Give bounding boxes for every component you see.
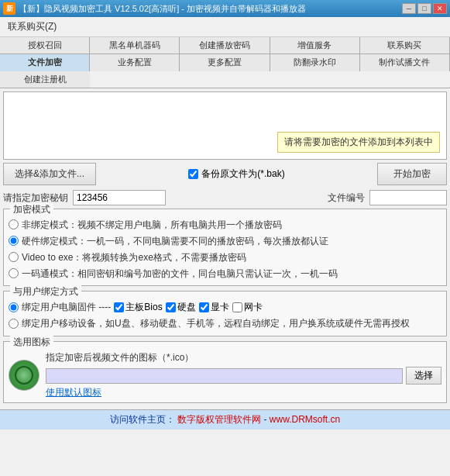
bind-mobile-radio[interactable] — [9, 319, 19, 329]
icon-input-row: 选择 — [46, 367, 441, 385]
toolbar-col-1: 授权召回 文件加密 — [0, 37, 90, 71]
toolbar-col-2: 黑名单机器码 业务配置 — [90, 37, 180, 71]
nic-label: 网卡 — [244, 301, 263, 314]
title-bar-buttons: ─ □ ✕ — [402, 3, 447, 14]
mode-video-to-exe-label: Video to exe：将视频转换为exe格式，不需要播放密码 — [22, 251, 246, 264]
backup-check-area: 备份原文件为(*.bak) — [101, 167, 373, 181]
hdd-checkbox[interactable] — [166, 302, 176, 312]
mode-hardware-bind-row: 硬件绑定模式：一机一码，不同电脑需要不同的播放密码，每次播放都认证 — [9, 235, 441, 248]
backup-label: 备份原文件为(*.bak) — [201, 167, 284, 181]
bios-check-label: 主板Bios — [114, 301, 162, 314]
mode-non-bind-radio[interactable] — [9, 219, 19, 229]
toolbar-btn-contact[interactable]: 联系购买 — [360, 37, 449, 54]
hdd-label: 硬盘 — [177, 301, 196, 314]
toolbar-btn-business[interactable]: 业务配置 — [90, 54, 179, 71]
key-form-row: 请指定加密秘钥 文件编号 — [3, 190, 447, 205]
menu-buy[interactable]: 联系购买(Z) — [3, 19, 61, 35]
icon-path-input[interactable] — [46, 368, 403, 384]
toolbar-btn-auth-recall[interactable]: 授权召回 — [0, 37, 89, 54]
toolbar: 授权召回 文件加密 黑名单机器码 业务配置 创建播放密码 更多配置 增值服务 防… — [0, 37, 450, 88]
mode-hardware-bind-label: 硬件绑定模式：一机一码，不同电脑需要不同的播放密码，每次播放都认证 — [22, 235, 328, 248]
start-encrypt-button[interactable]: 开始加密 — [377, 163, 447, 185]
bind-method-section: 与用户绑定方式 绑定用户电脑固件 ---- 主板Bios 硬盘 显卡 网卡 — [3, 291, 447, 336]
encrypt-mode-title: 加密模式 — [10, 203, 53, 216]
mode-hardware-bind-radio[interactable] — [9, 236, 19, 246]
footer-text: 访问软件主页： — [110, 414, 175, 425]
mode-one-code-row: 一码通模式：相同密钥和编号加密的文件，同台电脑只需认证一次，一机一码 — [9, 267, 441, 281]
toolbar-btn-file-encrypt[interactable]: 文件加密 — [0, 54, 89, 71]
title-bar: 新 【新】隐风视频加密工具 V12.5.02[高清听] - 加密视频并自带解码器… — [0, 0, 450, 17]
bind-mobile-label: 绑定用户移动设备，如U盘、移动硬盘、手机等，远程自动绑定，用户换系统或硬件无需再… — [22, 317, 410, 330]
toolbar-btn-keygen[interactable]: 创建注册机 — [0, 71, 90, 88]
nic-check-label: 网卡 — [232, 301, 263, 314]
file-no-label: 文件编号 — [328, 191, 365, 205]
toolbar-btn-vip[interactable]: 增值服务 — [270, 37, 359, 54]
icon-section-title: 选用图标 — [10, 336, 53, 349]
bind-pc-row: 绑定用户电脑固件 ---- 主板Bios 硬盘 显卡 网卡 — [9, 301, 441, 314]
gpu-label: 显卡 — [211, 301, 229, 314]
add-file-button[interactable]: 选择&添加文件... — [3, 163, 96, 185]
mode-non-bind-label: 非绑定模式：视频不绑定用户电脑，所有电脑共用一个播放密码 — [22, 219, 282, 232]
bind-pc-label: 绑定用户电脑固件 ---- — [22, 301, 111, 314]
hdd-check-label: 硬盘 — [166, 301, 196, 314]
bind-pc-radio[interactable] — [9, 302, 19, 312]
footer-url[interactable]: www.DRMsoft.cn — [270, 414, 340, 425]
window-title: 【新】隐风视频加密工具 V12.5.02[高清听] - 加密视频并自带解码器和播… — [19, 3, 306, 15]
toolbar-btn-blacklist[interactable]: 黑名单机器码 — [90, 37, 179, 54]
gpu-checkbox[interactable] — [199, 302, 209, 312]
key-label: 请指定加密秘钥 — [3, 191, 68, 205]
toolbar-btn-more-config[interactable]: 更多配置 — [180, 54, 269, 71]
mode-video-to-exe-radio[interactable] — [9, 252, 19, 262]
footer-site-name[interactable]: 数字版权管理软件网 — [177, 414, 261, 425]
encrypt-mode-section: 加密模式 非绑定模式：视频不绑定用户电脑，所有电脑共用一个播放密码 硬件绑定模式… — [3, 209, 447, 286]
main-content: 请将需要加密的文件添加到本列表中 选择&添加文件... 备份原文件为(*.bak… — [0, 88, 450, 409]
app-icon: 新 — [3, 2, 15, 15]
default-icon-link[interactable]: 使用默认图标 — [46, 386, 101, 399]
toolbar-col-4: 增值服务 防翻录水印 — [270, 37, 360, 71]
icon-desc: 指定加密后视频文件的图标（*.ico） — [46, 351, 441, 364]
toolbar-col-3: 创建播放密码 更多配置 — [180, 37, 270, 71]
toolbar-btn-trial[interactable]: 制作试播文件 — [360, 54, 449, 71]
file-no-input[interactable] — [369, 190, 447, 205]
menu-bar: 联系购买(Z) — [0, 17, 450, 37]
file-list-placeholder: 请将需要加密的文件添加到本列表中 — [277, 132, 440, 153]
close-button[interactable]: ✕ — [433, 3, 447, 14]
icon-right: 指定加密后视频文件的图标（*.ico） 选择 使用默认图标 — [46, 351, 441, 399]
key-input[interactable] — [73, 190, 166, 205]
mode-one-code-label: 一码通模式：相同密钥和编号加密的文件，同台电脑只需认证一次，一机一码 — [22, 267, 338, 281]
bios-label: 主板Bios — [125, 301, 162, 314]
toolbar-col-5: 联系购买 制作试播文件 — [360, 37, 450, 71]
icon-section: 选用图标 指定加密后视频文件的图标（*.ico） 选择 使用默认图标 — [3, 341, 447, 403]
maximize-button[interactable]: □ — [417, 3, 431, 14]
bios-checkbox[interactable] — [114, 302, 124, 312]
bind-method-title: 与用户绑定方式 — [10, 285, 81, 298]
toolbar-btn-watermark[interactable]: 防翻录水印 — [270, 54, 359, 71]
gpu-check-label: 显卡 — [199, 301, 229, 314]
icon-preview — [9, 360, 40, 391]
mode-video-to-exe-row: Video to exe：将视频转换为exe格式，不需要播放密码 — [9, 251, 441, 264]
toolbar-btn-create-pwd[interactable]: 创建播放密码 — [180, 37, 269, 54]
icon-inner-circle — [15, 366, 33, 385]
toolbar-col-6: 创建注册机 — [0, 71, 90, 88]
nic-checkbox[interactable] — [232, 302, 242, 312]
mode-non-bind-row: 非绑定模式：视频不绑定用户电脑，所有电脑共用一个播放密码 — [9, 219, 441, 232]
backup-checkbox[interactable] — [188, 169, 198, 179]
footer-separator: - — [263, 414, 269, 425]
mode-one-code-radio[interactable] — [9, 268, 19, 278]
title-bar-left: 新 【新】隐风视频加密工具 V12.5.02[高清听] - 加密视频并自带解码器… — [3, 2, 306, 15]
footer: 访问软件主页： 数字版权管理软件网 - www.DRMsoft.cn — [0, 409, 450, 429]
bind-mobile-row: 绑定用户移动设备，如U盘、移动硬盘、手机等，远程自动绑定，用户换系统或硬件无需再… — [9, 317, 441, 330]
minimize-button[interactable]: ─ — [402, 3, 416, 14]
action-row: 选择&添加文件... 备份原文件为(*.bak) 开始加密 — [3, 163, 447, 185]
icon-select-button[interactable]: 选择 — [406, 367, 441, 385]
file-list-area: 请将需要加密的文件添加到本列表中 — [3, 91, 447, 160]
